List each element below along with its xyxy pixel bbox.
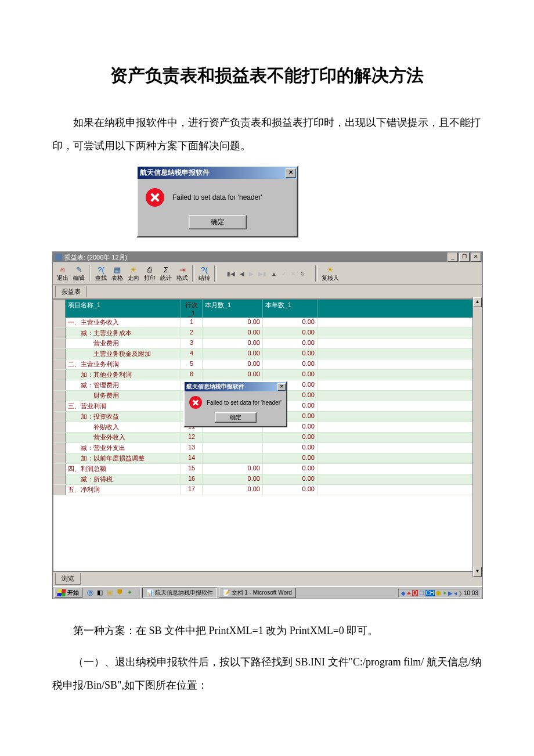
table-row[interactable]: 减：营业外支出130.00 bbox=[53, 443, 482, 453]
cell-row: 13 bbox=[181, 443, 203, 453]
print-icon: ⎙ bbox=[145, 265, 155, 274]
col-year[interactable]: 本年数_1 bbox=[263, 300, 317, 318]
table-row[interactable]: 营业费用30.000.00 bbox=[53, 339, 482, 349]
toolbar-print[interactable]: ⎙打印 bbox=[142, 264, 157, 283]
nav-del-icon[interactable]: ✕ bbox=[291, 271, 295, 277]
toolbar-goto[interactable]: ☀走向 bbox=[126, 264, 141, 283]
close-button[interactable]: ✕ bbox=[471, 253, 481, 262]
quick-launch[interactable]: ⓔ ◧ ▣ ⛊ ✦ bbox=[86, 589, 134, 597]
tray-icon[interactable]: ☐ bbox=[419, 590, 424, 596]
nav-ok-icon[interactable]: ✓ bbox=[282, 271, 286, 277]
error-dialog-2: 航天信息纳税申报软件 ✕ Failed to set data for 'hea… bbox=[183, 381, 287, 427]
cell-year: 0.00 bbox=[263, 485, 317, 495]
restore-button[interactable]: ❐ bbox=[459, 253, 470, 262]
table-row[interactable]: 营业外收入120.00 bbox=[53, 433, 482, 443]
desktop-icon[interactable]: ◧ bbox=[96, 589, 104, 597]
cell-month bbox=[203, 443, 263, 453]
scroll-down-icon[interactable]: ▼ bbox=[473, 567, 482, 577]
tray-icon[interactable]: ◆ bbox=[401, 590, 406, 596]
tray-icon[interactable]: ❯ bbox=[458, 590, 463, 596]
cell-year: 0.00 bbox=[263, 328, 317, 338]
dialog1-titlebar: 航天信息纳税申报软件 ✕ bbox=[138, 167, 297, 179]
record-navigator[interactable]: ▮◀ ◀ ▶ ▶▮ ▲ ✓ ✕ ↻ bbox=[219, 271, 313, 277]
tray-icon[interactable]: Q bbox=[412, 590, 418, 596]
table-row[interactable]: 五、净利润170.000.00 bbox=[53, 485, 482, 495]
minimize-button[interactable]: _ bbox=[448, 253, 458, 262]
nav-refresh-icon[interactable]: ↻ bbox=[300, 271, 305, 277]
toolbar-jump[interactable]: ?(结转 bbox=[197, 264, 212, 283]
tab-browse[interactable]: 浏览 bbox=[55, 573, 81, 585]
page-title: 资产负责表和损益表不能打印的解决方法 bbox=[52, 64, 482, 88]
format-icon: ⇥ bbox=[177, 265, 187, 274]
cell-row: 6 bbox=[181, 370, 203, 380]
cell-month: 0.00 bbox=[203, 464, 263, 474]
scroll-up-icon[interactable]: ▲ bbox=[473, 297, 482, 307]
toolbar-review[interactable]: ☀复核人 bbox=[320, 264, 341, 283]
table-row[interactable]: 主营业务税金及附加40.000.00 bbox=[53, 349, 482, 359]
dialog2-close-icon[interactable]: ✕ bbox=[277, 383, 286, 391]
cell-name: 补贴收入 bbox=[66, 422, 181, 432]
tray-icon[interactable]: ▶ bbox=[448, 590, 453, 596]
table-row[interactable]: 减：所得税160.000.00 bbox=[53, 474, 482, 485]
tray-icon[interactable]: CH bbox=[425, 590, 435, 596]
system-tray[interactable]: ◆ ♣ Q ☐ CH ⬢ ✦ ▶ ◂ ❯ 10:03 bbox=[398, 589, 481, 597]
col-name[interactable]: 项目名称_1 bbox=[66, 300, 181, 318]
app-ql-icon[interactable]: ✦ bbox=[125, 589, 134, 597]
tab-income-statement[interactable]: 损益表 bbox=[55, 286, 87, 297]
tray-icon[interactable]: ✦ bbox=[442, 590, 447, 596]
taskbar-word-button[interactable]: 📝 文档 1 - Microsoft Word bbox=[219, 588, 296, 598]
dialog1-title: 航天信息纳税申报软件 bbox=[140, 168, 210, 178]
toolbar-exit[interactable]: ⎋退出 bbox=[55, 264, 70, 283]
cell-row: 15 bbox=[181, 464, 203, 474]
toolbar-stat[interactable]: Σ统计 bbox=[158, 264, 174, 283]
cell-name: 三、营业利润 bbox=[66, 401, 181, 411]
shield-icon[interactable]: ⛊ bbox=[116, 589, 124, 597]
dialog1-close-icon[interactable]: ✕ bbox=[286, 168, 296, 178]
table-row[interactable]: 二、主营业务利润50.000.00 bbox=[53, 359, 482, 370]
nav-first-icon[interactable]: ▮◀ bbox=[227, 271, 235, 277]
tray-icon[interactable]: ⬢ bbox=[436, 590, 441, 596]
dialog2-ok-button[interactable]: 确定 bbox=[215, 412, 257, 423]
table-row[interactable]: 加：以前年度损益调整140.00 bbox=[53, 453, 482, 464]
app-title: 损益表: (2006年 12月) bbox=[64, 253, 127, 262]
dialog2-message: Failed to set data for 'header' bbox=[207, 399, 282, 406]
cell-row: 14 bbox=[181, 453, 203, 463]
nav-prev-icon[interactable]: ◀ bbox=[240, 271, 244, 277]
dialog1-ok-button[interactable]: 确定 bbox=[189, 215, 247, 229]
cell-name: 营业外收入 bbox=[66, 433, 181, 442]
nav-up-icon[interactable]: ▲ bbox=[271, 271, 277, 277]
table-row[interactable]: 加：其他业务利润60.000.00 bbox=[53, 370, 482, 380]
scrollbar-vertical[interactable]: ▲ ▼ bbox=[472, 297, 482, 577]
ie-icon[interactable]: ⓔ bbox=[86, 589, 94, 597]
col-row[interactable]: 行次_1 bbox=[181, 300, 203, 318]
grid-header: 项目名称_1 行次_1 本月数_1 本年数_1 bbox=[53, 300, 482, 318]
app-window: 损益表: (2006年 12月) _ ❐ ✕ ⎋退出 ✎编辑 ?(查找 ▦表格 … bbox=[52, 251, 483, 599]
table-row[interactable]: 一、主营业务收入10.000.00 bbox=[53, 318, 482, 328]
nav-last-icon[interactable]: ▶▮ bbox=[258, 271, 266, 277]
toolbar-grid[interactable]: ▦表格 bbox=[110, 264, 125, 283]
table-row[interactable]: 四、利润总额150.000.00 bbox=[53, 464, 482, 474]
table-row[interactable]: 减：主营业务成本20.000.00 bbox=[53, 328, 482, 339]
taskbar-app-button[interactable]: 📊 航天信息纳税申报软件 bbox=[142, 588, 217, 598]
start-button[interactable]: 开始 bbox=[54, 588, 82, 598]
toolbar-find[interactable]: ?(查找 bbox=[93, 264, 109, 283]
cell-year: 0.00 bbox=[263, 443, 317, 453]
paragraph-step1: （一）、退出纳税申报软件后，按以下路径找到 SB.INI 文件"C:/progr… bbox=[52, 650, 482, 697]
paragraph-intro: 如果在纳税申报软件中，进行资产负责表和损益表打印时，出现以下错误提示，且不能打印… bbox=[52, 111, 482, 157]
cell-year: 0.00 bbox=[263, 474, 317, 484]
cell-name: 减：管理费用 bbox=[66, 380, 181, 390]
cell-year: 0.00 bbox=[263, 453, 317, 463]
cell-month: 0.00 bbox=[203, 318, 263, 327]
cell-name: 减：主营业务成本 bbox=[66, 328, 181, 338]
nav-next-icon[interactable]: ▶ bbox=[249, 271, 254, 277]
col-month[interactable]: 本月数_1 bbox=[203, 300, 263, 318]
cell-month bbox=[203, 453, 263, 463]
toolbar-edit[interactable]: ✎编辑 bbox=[71, 264, 86, 283]
cell-name: 营业费用 bbox=[66, 339, 181, 348]
toolbar-format[interactable]: ⇥格式 bbox=[175, 264, 190, 283]
tray-icon[interactable]: ◂ bbox=[454, 590, 457, 596]
error-icon bbox=[189, 396, 202, 409]
cell-month: 0.00 bbox=[203, 359, 263, 369]
tray-icon[interactable]: ♣ bbox=[407, 590, 411, 596]
folder-icon[interactable]: ▣ bbox=[106, 589, 114, 597]
